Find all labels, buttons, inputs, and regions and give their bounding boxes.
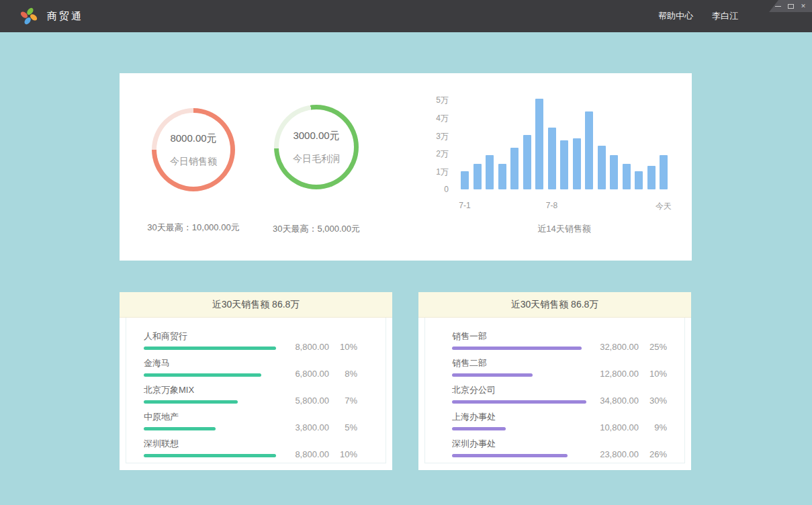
profit-30day-max-caption: 30天最高：5,000.00元 [256, 223, 377, 235]
rank-row: 北京万象MIX5,800.007% [144, 381, 368, 408]
rank-row-bar [144, 454, 276, 457]
x-tick-label: 今天 [656, 201, 672, 212]
rank-row-bar [452, 347, 582, 350]
department-rank-card: 近30天销售额 86.8万 销售一部32,800.0025%销售二部12,800… [418, 292, 691, 470]
donut-ring: 8000.00元 今日销售额 [152, 108, 235, 191]
customer-rank-card: 近30天销售额 86.8万 人和商贸行8,800.0010%金海马6,800.0… [120, 292, 392, 470]
rank-row: 人和商贸行8,800.0010% [144, 327, 368, 354]
rank-row: 深圳办事处23,800.0026% [452, 434, 667, 461]
rank-row: 中原地产3,800.005% [144, 408, 368, 434]
minimize-icon[interactable] [774, 3, 781, 9]
customer-rank-panel: 人和商贸行8,800.0010%金海马6,800.008%北京万象MIX5,80… [126, 318, 386, 463]
bar-chart-caption: 近14天销售额 [461, 223, 668, 235]
rank-row-bar [452, 400, 586, 404]
bar [548, 128, 556, 189]
rank-row-percent: 10% [334, 449, 357, 459]
pinwheel-logo-icon [19, 6, 39, 26]
bar [486, 155, 494, 189]
window-controls: ✕ [769, 0, 812, 12]
bar [598, 146, 606, 189]
today-sales-donut-block: 8000.00元 今日销售额 30天最高：10,000.00元 [133, 108, 254, 249]
bar [660, 155, 668, 189]
sales-30day-max-caption: 30天最高：10,000.00元 [133, 222, 254, 234]
rank-row-amount: 32,800.00 [586, 342, 639, 352]
bar [610, 155, 618, 189]
department-rank-panel: 销售一部32,800.0025%销售二部12,800.0010%北京分公司34,… [424, 318, 685, 463]
rank-row-bar [144, 347, 276, 350]
bar [647, 166, 656, 189]
rank-row: 深圳联想8,800.0010% [144, 434, 368, 461]
today-sales-label: 今日销售额 [170, 156, 217, 168]
rank-row-percent: 7% [334, 396, 357, 406]
y-tick-label: 4万 [408, 113, 449, 124]
customer-rank-title: 近30天销售额 86.8万 [120, 292, 392, 318]
bar [585, 111, 593, 189]
rank-row-amount: 8,800.00 [281, 449, 329, 459]
maximize-icon[interactable] [787, 3, 794, 9]
bar [560, 140, 568, 189]
rank-row-percent: 25% [644, 342, 667, 352]
rank-row-percent: 30% [644, 396, 667, 406]
rank-row-bar [144, 373, 261, 377]
bar [635, 171, 643, 189]
rank-row-amount: 5,800.00 [281, 396, 329, 406]
bar [523, 135, 531, 189]
rank-row-percent: 26% [644, 449, 667, 459]
today-profit-value: 3000.00元 [293, 130, 339, 142]
rank-row: 北京分公司34,800.0030% [452, 381, 667, 408]
rank-row-amount: 3,800.00 [281, 422, 329, 432]
close-icon[interactable]: ✕ [800, 3, 807, 9]
today-profit-donut-chart: 3000.00元 今日毛利润 [256, 105, 377, 189]
bar [623, 164, 631, 189]
y-tick-label: 5万 [408, 95, 449, 106]
y-tick-label: 1万 [408, 167, 449, 178]
rank-row-name: 深圳办事处 [452, 434, 667, 450]
rank-row-bar [452, 427, 506, 430]
rank-row-name: 金海马 [144, 354, 368, 369]
rank-row: 金海马6,800.008% [144, 354, 368, 381]
rank-row-name: 北京万象MIX [144, 381, 368, 396]
rank-row-percent: 10% [334, 342, 357, 352]
titlebar: 商贸通 帮助中心 李白江 ✕ [0, 0, 812, 32]
rank-row-name: 销售二部 [452, 354, 667, 369]
today-sales-donut-chart: 8000.00元 今日销售额 [133, 108, 254, 191]
rank-row-percent: 9% [644, 422, 667, 432]
today-profit-donut-block: 3000.00元 今日毛利润 30天最高：5,000.00元 [256, 105, 377, 246]
bar [473, 164, 482, 189]
rank-row-percent: 5% [334, 422, 357, 432]
app-title: 商贸通 [47, 10, 83, 23]
donut-ring: 3000.00元 今日毛利润 [274, 105, 359, 189]
bar-plot-area [461, 99, 668, 189]
overview-card: 8000.00元 今日销售额 30天最高：10,000.00元 3000.00元… [120, 73, 692, 261]
rank-row-amount: 12,800.00 [586, 369, 639, 379]
rank-row-percent: 8% [334, 369, 357, 379]
user-menu[interactable]: 李白江 [712, 10, 738, 22]
rank-row: 销售一部32,800.0025% [452, 327, 667, 354]
rank-row-bar [144, 400, 238, 404]
rank-row-amount: 6,800.00 [281, 369, 329, 379]
rank-row-percent: 10% [644, 369, 667, 379]
rank-row-name: 深圳联想 [144, 434, 368, 450]
bar [498, 164, 506, 189]
rank-row-bar [144, 427, 216, 430]
rank-row-amount: 34,800.00 [586, 396, 639, 406]
bar [461, 171, 469, 189]
rank-row-amount: 8,800.00 [281, 342, 329, 352]
x-tick-label: 7-8 [546, 201, 557, 210]
rank-row-amount: 23,800.00 [586, 449, 639, 459]
rank-row-bar [452, 454, 568, 457]
help-center-link[interactable]: 帮助中心 [658, 10, 693, 22]
bar [510, 148, 518, 189]
rank-row: 销售二部12,800.0010% [452, 354, 667, 381]
rank-row-amount: 10,800.00 [586, 422, 639, 432]
rank-row: 上海办事处10,800.009% [452, 408, 667, 434]
rank-row-name: 销售一部 [452, 327, 667, 342]
rank-row-name: 北京分公司 [452, 381, 667, 396]
y-tick-label: 3万 [408, 131, 449, 142]
bar [573, 138, 581, 189]
rank-row-name: 上海办事处 [452, 408, 667, 423]
y-tick-label: 2万 [408, 148, 449, 160]
rank-row-name: 人和商贸行 [144, 327, 368, 342]
y-tick-label: 0 [408, 185, 449, 194]
today-profit-label: 今日毛利润 [293, 153, 340, 165]
